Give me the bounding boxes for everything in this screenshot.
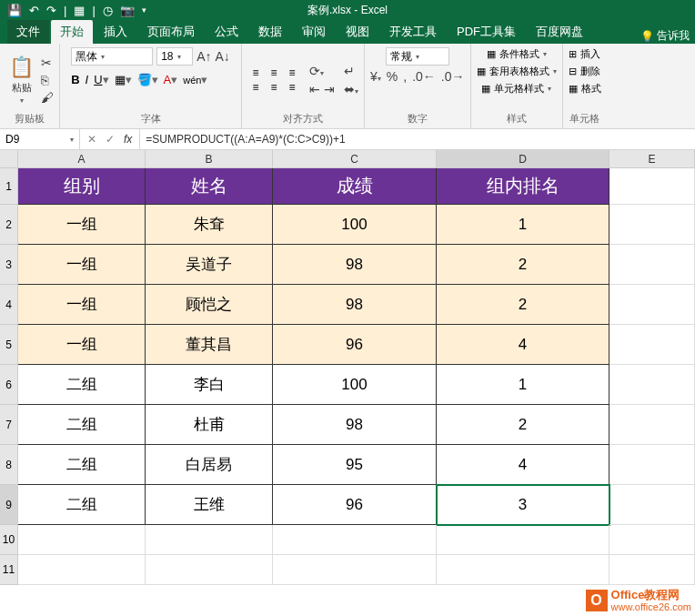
font-size-select[interactable]: 18▾ — [156, 47, 193, 66]
align-center-icon[interactable]: ≡ — [266, 81, 282, 94]
table-format-button[interactable]: ▦套用表格格式▾ — [477, 65, 557, 78]
table-cell[interactable]: 98 — [273, 285, 437, 325]
delete-cells-button[interactable]: ⊟删除 — [569, 65, 600, 78]
table-cell[interactable]: 2 — [437, 245, 609, 285]
bold-button[interactable]: B — [71, 73, 79, 86]
table-cell[interactable]: 100 — [273, 205, 437, 245]
column-header[interactable]: E — [609, 150, 695, 168]
cell[interactable] — [18, 525, 146, 555]
table-header[interactable]: 成绩 — [273, 168, 437, 205]
fx-icon[interactable]: fx — [124, 133, 132, 146]
table-cell[interactable]: 2 — [437, 405, 609, 445]
formula-input[interactable]: =SUMPRODUCT((A:A=A9)*(C:C>C9))+1 — [140, 133, 695, 146]
number-format-select[interactable]: 常规▾ — [386, 47, 449, 66]
redo-icon[interactable]: ↷ — [46, 4, 56, 17]
table-cell[interactable]: 二组 — [18, 365, 146, 405]
table-cell[interactable]: 1 — [437, 205, 609, 245]
cancel-icon[interactable]: ✕ — [87, 133, 96, 146]
tab-developer[interactable]: 开发工具 — [380, 20, 446, 44]
indent-dec-icon[interactable]: ⇤ — [309, 82, 320, 96]
table-cell[interactable]: 96 — [273, 325, 437, 365]
cell[interactable] — [146, 555, 273, 585]
cell-style-button[interactable]: ▦单元格样式▾ — [481, 82, 551, 96]
insert-cells-button[interactable]: ⊞插入 — [569, 47, 600, 61]
percent-icon[interactable]: % — [387, 69, 398, 84]
cell[interactable] — [609, 325, 695, 365]
table-cell[interactable]: 二组 — [18, 405, 146, 445]
tell-me[interactable]: 💡告诉我 — [640, 28, 695, 44]
cell[interactable] — [146, 525, 273, 555]
qat-dropdown-icon[interactable]: ▾ — [142, 5, 146, 15]
format-cells-button[interactable]: ▦格式 — [569, 82, 601, 96]
table-cell[interactable]: 二组 — [18, 445, 146, 485]
cell[interactable] — [609, 555, 695, 585]
font-color-button[interactable]: A▾ — [164, 73, 178, 86]
align-bottom-icon[interactable]: ≡ — [284, 66, 300, 79]
cell[interactable] — [273, 525, 437, 555]
row-header[interactable]: 10 — [0, 525, 18, 555]
table-cell[interactable]: 杜甫 — [146, 405, 273, 445]
column-header[interactable]: A — [18, 150, 146, 168]
qat-icon[interactable]: 📷 — [120, 4, 135, 17]
decrease-font-icon[interactable]: A↓ — [216, 49, 230, 64]
table-cell[interactable]: 吴道子 — [146, 245, 273, 285]
currency-icon[interactable]: ¥▾ — [370, 69, 381, 84]
orientation-icon[interactable]: ⟳▾ — [309, 64, 335, 78]
row-header[interactable]: 3 — [0, 245, 18, 285]
tab-baidudisk[interactable]: 百度网盘 — [527, 20, 592, 44]
qat-icon[interactable]: ◷ — [103, 4, 113, 17]
align-right-icon[interactable]: ≡ — [284, 81, 300, 94]
qat-icon[interactable]: ▦ — [74, 4, 85, 17]
indent-inc-icon[interactable]: ⇥ — [324, 82, 335, 96]
tab-data[interactable]: 数据 — [249, 20, 291, 44]
table-header[interactable]: 姓名 — [146, 168, 273, 205]
comma-icon[interactable]: , — [403, 69, 407, 84]
border-button[interactable]: ▦▾ — [115, 73, 132, 86]
tab-view[interactable]: 视图 — [337, 20, 378, 44]
table-cell[interactable]: 二组 — [18, 485, 146, 525]
cut-icon[interactable]: ✂ — [41, 56, 54, 70]
cell[interactable] — [609, 485, 695, 525]
table-cell[interactable]: 一组 — [18, 245, 146, 285]
row-header[interactable]: 1 — [0, 168, 18, 205]
tab-insert[interactable]: 插入 — [95, 20, 136, 44]
undo-icon[interactable]: ↶ — [29, 4, 39, 17]
table-cell[interactable]: 白居易 — [146, 445, 273, 485]
save-icon[interactable]: 💾 — [7, 4, 22, 17]
cell[interactable] — [609, 168, 695, 205]
increase-font-icon[interactable]: A↑ — [196, 49, 211, 64]
fill-color-button[interactable]: 🪣▾ — [137, 73, 158, 86]
cell[interactable] — [609, 245, 695, 285]
table-cell[interactable]: 2 — [437, 285, 609, 325]
cell[interactable] — [609, 285, 695, 325]
cell[interactable] — [609, 365, 695, 405]
align-top-icon[interactable]: ≡ — [247, 66, 264, 79]
row-header[interactable]: 11 — [0, 555, 18, 585]
tab-review[interactable]: 审阅 — [293, 20, 335, 44]
table-header[interactable]: 组别 — [18, 168, 146, 205]
table-cell[interactable]: 4 — [437, 325, 609, 365]
tab-pdftools[interactable]: PDF工具集 — [448, 20, 525, 44]
paste-button[interactable]: 📋 粘贴 ▾ — [5, 54, 37, 106]
tab-home[interactable]: 开始 — [51, 20, 93, 44]
table-cell[interactable]: 王维 — [146, 485, 273, 525]
name-box[interactable]: D9▾ — [0, 129, 80, 149]
table-cell[interactable]: 1 — [437, 365, 609, 405]
font-name-select[interactable]: 黑体▾ — [71, 47, 153, 66]
tab-pagelayout[interactable]: 页面布局 — [138, 20, 204, 44]
table-cell[interactable]: 一组 — [18, 325, 146, 365]
table-cell[interactable]: 一组 — [18, 285, 146, 325]
select-all-corner[interactable] — [0, 150, 18, 168]
table-header[interactable]: 组内排名 — [437, 168, 609, 205]
table-cell[interactable]: 95 — [273, 445, 437, 485]
phonetic-button[interactable]: wén▾ — [183, 73, 207, 86]
cell[interactable] — [609, 205, 695, 245]
confirm-icon[interactable]: ✓ — [106, 133, 115, 146]
underline-button[interactable]: U▾ — [94, 73, 108, 86]
cell[interactable] — [609, 525, 695, 555]
row-header[interactable]: 2 — [0, 205, 18, 245]
table-cell[interactable]: 董其昌 — [146, 325, 273, 365]
table-cell[interactable]: 4 — [437, 445, 609, 485]
table-cell[interactable]: 98 — [273, 405, 437, 445]
cell[interactable] — [609, 445, 695, 485]
